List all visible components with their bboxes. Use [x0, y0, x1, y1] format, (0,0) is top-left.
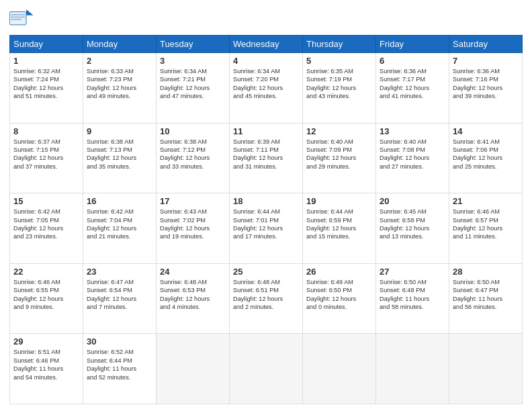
calendar-table: Sunday Monday Tuesday Wednesday Thursday…: [9, 35, 523, 404]
table-row: 29Sunrise: 6:51 AM Sunset: 6:46 PM Dayli…: [10, 334, 83, 404]
table-row: 24Sunrise: 6:48 AM Sunset: 6:53 PM Dayli…: [157, 263, 230, 334]
cell-info: Sunrise: 6:40 AM Sunset: 7:08 PM Dayligh…: [380, 138, 445, 171]
day-number: 15: [13, 196, 79, 206]
cell-info: Sunrise: 6:42 AM Sunset: 7:04 PM Dayligh…: [87, 208, 152, 241]
page: Sunday Monday Tuesday Wednesday Thursday…: [0, 0, 532, 411]
table-row: 3Sunrise: 6:34 AM Sunset: 7:21 PM Daylig…: [157, 53, 230, 124]
table-row: 25Sunrise: 6:48 AM Sunset: 6:51 PM Dayli…: [230, 263, 303, 334]
svg-rect-3: [11, 17, 25, 18]
cell-info: Sunrise: 6:37 AM Sunset: 7:15 PM Dayligh…: [13, 138, 79, 171]
day-number: 3: [160, 56, 226, 66]
cell-info: Sunrise: 6:47 AM Sunset: 6:54 PM Dayligh…: [87, 278, 152, 312]
table-row: 14Sunrise: 6:41 AM Sunset: 7:06 PM Dayli…: [449, 123, 523, 193]
header: [9, 9, 523, 30]
cell-info: Sunrise: 6:39 AM Sunset: 7:11 PM Dayligh…: [233, 138, 299, 171]
cell-info: Sunrise: 6:42 AM Sunset: 7:05 PM Dayligh…: [13, 208, 79, 241]
cell-info: Sunrise: 6:35 AM Sunset: 7:19 PM Dayligh…: [306, 67, 372, 101]
cell-info: Sunrise: 6:33 AM Sunset: 7:23 PM Dayligh…: [87, 67, 152, 101]
day-number: 9: [87, 126, 152, 136]
svg-rect-2: [11, 14, 25, 15]
col-tuesday: Tuesday: [157, 36, 230, 53]
day-number: 18: [233, 196, 299, 206]
cell-info: Sunrise: 6:48 AM Sunset: 6:51 PM Dayligh…: [233, 278, 299, 312]
day-number: 7: [453, 56, 519, 66]
week-row: 15Sunrise: 6:42 AM Sunset: 7:05 PM Dayli…: [10, 193, 523, 264]
cell-info: Sunrise: 6:38 AM Sunset: 7:13 PM Dayligh…: [87, 138, 152, 171]
cell-info: Sunrise: 6:46 AM Sunset: 6:57 PM Dayligh…: [453, 208, 519, 241]
col-friday: Friday: [376, 36, 449, 53]
day-number: 21: [453, 196, 519, 206]
day-number: 5: [306, 56, 372, 66]
cell-info: Sunrise: 6:44 AM Sunset: 6:59 PM Dayligh…: [306, 208, 372, 241]
cell-info: Sunrise: 6:40 AM Sunset: 7:09 PM Dayligh…: [306, 138, 372, 171]
table-row: [376, 334, 449, 404]
table-row: 22Sunrise: 6:46 AM Sunset: 6:55 PM Dayli…: [10, 263, 83, 334]
cell-info: Sunrise: 6:32 AM Sunset: 7:24 PM Dayligh…: [13, 67, 79, 101]
day-number: 24: [160, 267, 226, 277]
cell-info: Sunrise: 6:52 AM Sunset: 6:44 PM Dayligh…: [87, 348, 152, 381]
day-number: 26: [306, 267, 372, 277]
day-number: 17: [160, 196, 226, 206]
table-row: 11Sunrise: 6:39 AM Sunset: 7:11 PM Dayli…: [230, 123, 303, 193]
day-number: 20: [380, 196, 445, 206]
table-row: 27Sunrise: 6:50 AM Sunset: 6:48 PM Dayli…: [376, 263, 449, 334]
day-number: 2: [87, 56, 152, 66]
day-number: 25: [233, 267, 299, 277]
table-row: 5Sunrise: 6:35 AM Sunset: 7:19 PM Daylig…: [303, 53, 376, 124]
day-number: 30: [87, 336, 152, 347]
cell-info: Sunrise: 6:45 AM Sunset: 6:58 PM Dayligh…: [380, 208, 445, 241]
table-row: 19Sunrise: 6:44 AM Sunset: 6:59 PM Dayli…: [303, 193, 376, 264]
col-thursday: Thursday: [303, 36, 376, 53]
table-row: 18Sunrise: 6:44 AM Sunset: 7:01 PM Dayli…: [230, 193, 303, 264]
table-row: 12Sunrise: 6:40 AM Sunset: 7:09 PM Dayli…: [303, 123, 376, 193]
table-row: 23Sunrise: 6:47 AM Sunset: 6:54 PM Dayli…: [83, 263, 157, 334]
day-number: 19: [306, 196, 372, 206]
svg-rect-0: [9, 12, 26, 25]
day-number: 23: [87, 267, 152, 277]
col-wednesday: Wednesday: [230, 36, 303, 53]
logo: [9, 9, 36, 30]
day-number: 29: [13, 336, 79, 347]
svg-marker-1: [26, 9, 34, 15]
day-number: 22: [13, 267, 79, 277]
week-row: 8Sunrise: 6:37 AM Sunset: 7:15 PM Daylig…: [10, 123, 523, 193]
col-saturday: Saturday: [449, 36, 523, 53]
svg-rect-4: [11, 19, 21, 20]
cell-info: Sunrise: 6:46 AM Sunset: 6:55 PM Dayligh…: [13, 278, 79, 312]
cell-info: Sunrise: 6:34 AM Sunset: 7:21 PM Dayligh…: [160, 67, 226, 101]
table-row: 6Sunrise: 6:36 AM Sunset: 7:17 PM Daylig…: [376, 53, 449, 124]
day-number: 13: [380, 126, 445, 136]
cell-info: Sunrise: 6:50 AM Sunset: 6:48 PM Dayligh…: [380, 278, 445, 312]
table-row: [230, 334, 303, 404]
table-row: [449, 334, 523, 404]
table-row: [157, 334, 230, 404]
cell-info: Sunrise: 6:51 AM Sunset: 6:46 PM Dayligh…: [13, 348, 79, 381]
table-row: 21Sunrise: 6:46 AM Sunset: 6:57 PM Dayli…: [449, 193, 523, 264]
day-number: 27: [380, 267, 445, 277]
cell-info: Sunrise: 6:43 AM Sunset: 7:02 PM Dayligh…: [160, 208, 226, 241]
day-number: 28: [453, 267, 519, 277]
cell-info: Sunrise: 6:44 AM Sunset: 7:01 PM Dayligh…: [233, 208, 299, 241]
cell-info: Sunrise: 6:36 AM Sunset: 7:17 PM Dayligh…: [380, 67, 445, 101]
table-row: [303, 334, 376, 404]
cell-info: Sunrise: 6:34 AM Sunset: 7:20 PM Dayligh…: [233, 67, 299, 101]
table-row: 8Sunrise: 6:37 AM Sunset: 7:15 PM Daylig…: [10, 123, 83, 193]
table-row: 4Sunrise: 6:34 AM Sunset: 7:20 PM Daylig…: [230, 53, 303, 124]
table-row: 15Sunrise: 6:42 AM Sunset: 7:05 PM Dayli…: [10, 193, 83, 264]
day-number: 1: [13, 56, 79, 66]
cell-info: Sunrise: 6:48 AM Sunset: 6:53 PM Dayligh…: [160, 278, 226, 312]
table-row: 1Sunrise: 6:32 AM Sunset: 7:24 PM Daylig…: [10, 53, 83, 124]
table-row: 28Sunrise: 6:50 AM Sunset: 6:47 PM Dayli…: [449, 263, 523, 334]
day-number: 8: [13, 126, 79, 136]
table-row: 30Sunrise: 6:52 AM Sunset: 6:44 PM Dayli…: [83, 334, 157, 404]
day-number: 4: [233, 56, 299, 66]
day-number: 6: [380, 56, 445, 66]
table-row: 9Sunrise: 6:38 AM Sunset: 7:13 PM Daylig…: [83, 123, 157, 193]
day-number: 12: [306, 126, 372, 136]
cell-info: Sunrise: 6:50 AM Sunset: 6:47 PM Dayligh…: [453, 278, 519, 312]
col-sunday: Sunday: [10, 36, 83, 53]
cell-info: Sunrise: 6:36 AM Sunset: 7:16 PM Dayligh…: [453, 67, 519, 101]
table-row: 2Sunrise: 6:33 AM Sunset: 7:23 PM Daylig…: [83, 53, 157, 124]
table-row: 16Sunrise: 6:42 AM Sunset: 7:04 PM Dayli…: [83, 193, 157, 264]
calendar-header-row: Sunday Monday Tuesday Wednesday Thursday…: [10, 36, 523, 53]
